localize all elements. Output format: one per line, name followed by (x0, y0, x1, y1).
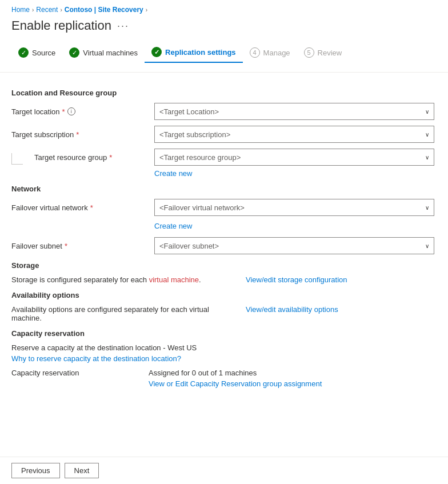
breadcrumb-chevron-2: › (60, 7, 62, 13)
target-location-label: Target location * i (11, 107, 154, 116)
section-storage-title: Storage (11, 261, 437, 270)
failover-subnet-chevron: ∨ (425, 243, 429, 249)
target-subscription-label: Target subscription * (11, 130, 154, 139)
availability-info: Availability options are configured sepa… (11, 305, 223, 322)
target-resource-group-label-text: Target resource group (34, 153, 107, 162)
failover-virtual-network-label-text: Failover virtual network (11, 203, 88, 212)
failover-virtual-network-value: <Failover virtual network> (159, 203, 245, 212)
virtual-network-create-new[interactable]: Create new (154, 222, 437, 230)
storage-virtual-machine: virtual machine (147, 275, 199, 284)
target-resource-group-label: Target resource group * (23, 153, 154, 162)
section-availability: Availability options Availability option… (11, 291, 437, 322)
failover-subnet-dropdown[interactable]: <Failover subnet> ∨ (154, 237, 434, 254)
step-virtual-machines[interactable]: ✓ Virtual machines (62, 43, 145, 62)
breadcrumb-recent[interactable]: Recent (36, 6, 58, 14)
target-location-required: * (62, 107, 65, 116)
failover-subnet-label: Failover subnet * (11, 242, 154, 250)
section-location-title: Location and Resource group (11, 89, 437, 97)
breadcrumb-home[interactable]: Home (11, 6, 30, 14)
breadcrumb: Home › Recent › Contoso | Site Recovery … (0, 0, 448, 16)
availability-view-edit-link[interactable]: View/edit availability options (246, 305, 338, 314)
target-resource-group-row: Target resource group * <Target resource… (23, 149, 437, 166)
next-button[interactable]: Next (65, 463, 99, 478)
failover-subnet-value: <Failover subnet> (159, 242, 219, 250)
section-availability-title: Availability options (11, 291, 437, 299)
storage-row: Storage is configured separately for eac… (11, 275, 437, 284)
footer-bar: Previous Next (0, 457, 448, 484)
target-location-dropdown[interactable]: <Target Location> ∨ (154, 103, 434, 120)
capacity-row: Capacity reservation Assigned for 0 out … (11, 369, 437, 388)
section-storage: Storage Storage is configured separately… (11, 261, 437, 284)
storage-desc-part2: . (199, 275, 201, 284)
step-review-number: 5 (304, 47, 314, 58)
target-resource-group-value: <Target resource group> (159, 153, 241, 162)
failover-subnet-row: Failover subnet * <Failover subnet> ∨ (11, 237, 437, 254)
step-replication-settings-check: ✓ (151, 47, 162, 57)
target-subscription-chevron: ∨ (425, 131, 429, 138)
section-capacity: Capacity reservation Reserve a capacity … (11, 329, 437, 388)
breadcrumb-chevron-1: › (32, 7, 34, 13)
section-capacity-title: Capacity reservation (11, 329, 437, 338)
step-source[interactable]: ✓ Source (11, 43, 62, 62)
section-network-title: Network (11, 185, 437, 193)
section-network: Network Failover virtual network * <Fail… (11, 185, 437, 254)
target-subscription-label-text: Target subscription (11, 130, 74, 139)
step-review-label: Review (318, 49, 342, 57)
target-subscription-row: Target subscription * <Target subscripti… (11, 126, 437, 143)
step-replication-settings[interactable]: ✓ Replication settings (145, 42, 243, 63)
page-header: Enable replication ··· (0, 16, 448, 42)
target-subscription-value: <Target subscription> (159, 130, 230, 139)
previous-button[interactable]: Previous (11, 463, 60, 478)
failover-virtual-network-dropdown[interactable]: <Failover virtual network> ∨ (154, 199, 434, 216)
step-manage[interactable]: 4 Manage (243, 43, 297, 62)
resource-group-create-new[interactable]: Create new (154, 169, 437, 178)
failover-subnet-required: * (65, 242, 67, 250)
target-resource-group-required: * (109, 153, 112, 162)
step-review[interactable]: 5 Review (297, 43, 349, 62)
failover-virtual-network-chevron: ∨ (425, 205, 429, 211)
storage-info: Storage is configured separately for eac… (11, 275, 223, 284)
page-title: Enable replication (11, 18, 111, 33)
step-replication-settings-label: Replication settings (165, 48, 236, 57)
step-manage-label: Manage (263, 49, 290, 57)
capacity-edit-link[interactable]: View or Edit Capacity Reservation group … (149, 379, 322, 388)
capacity-description: Reserve a capacity at the destination lo… (11, 343, 437, 352)
capacity-assigned-text: Assigned for 0 out of 1 machines (149, 369, 322, 377)
failover-virtual-network-label: Failover virtual network * (11, 203, 154, 212)
target-location-info-icon[interactable]: i (67, 107, 75, 115)
main-content: Location and Resource group Target locat… (0, 73, 448, 437)
more-options-icon[interactable]: ··· (117, 20, 129, 32)
step-source-label: Source (32, 49, 55, 57)
capacity-reservation-label: Capacity reservation (11, 369, 126, 388)
step-source-check: ✓ (18, 47, 29, 58)
failover-subnet-label-text: Failover subnet (11, 242, 62, 250)
availability-description: Availability options are configured sepa… (11, 305, 209, 322)
breadcrumb-current: Contoso | Site Recovery (65, 6, 143, 14)
wizard-steps: ✓ Source ✓ Virtual machines ✓ Replicatio… (0, 42, 448, 73)
target-location-chevron: ∨ (425, 109, 429, 115)
target-resource-group-dropdown[interactable]: <Target resource group> ∨ (154, 149, 434, 166)
step-manage-number: 4 (250, 47, 260, 58)
section-location-resource: Location and Resource group Target locat… (11, 89, 437, 178)
target-subscription-required: * (76, 130, 79, 139)
target-location-label-text: Target location (11, 107, 60, 116)
capacity-why-link[interactable]: Why to reserve capacity at the destinati… (11, 354, 437, 363)
target-location-value: <Target Location> (159, 107, 219, 116)
step-virtual-machines-label: Virtual machines (83, 49, 138, 57)
capacity-value-block: Assigned for 0 out of 1 machines View or… (149, 369, 322, 388)
storage-view-edit-link[interactable]: View/edit storage configuration (246, 275, 347, 284)
step-virtual-machines-check: ✓ (69, 47, 79, 58)
storage-desc-part1: Storage is configured separately for eac… (11, 275, 147, 284)
failover-virtual-network-required: * (90, 203, 93, 212)
failover-virtual-network-row: Failover virtual network * <Failover vir… (11, 199, 437, 216)
target-resource-group-chevron: ∨ (425, 154, 429, 161)
target-location-row: Target location * i <Target Location> ∨ (11, 103, 437, 120)
target-subscription-dropdown[interactable]: <Target subscription> ∨ (154, 126, 434, 143)
availability-row: Availability options are configured sepa… (11, 305, 437, 322)
breadcrumb-chevron-3: › (146, 7, 147, 13)
